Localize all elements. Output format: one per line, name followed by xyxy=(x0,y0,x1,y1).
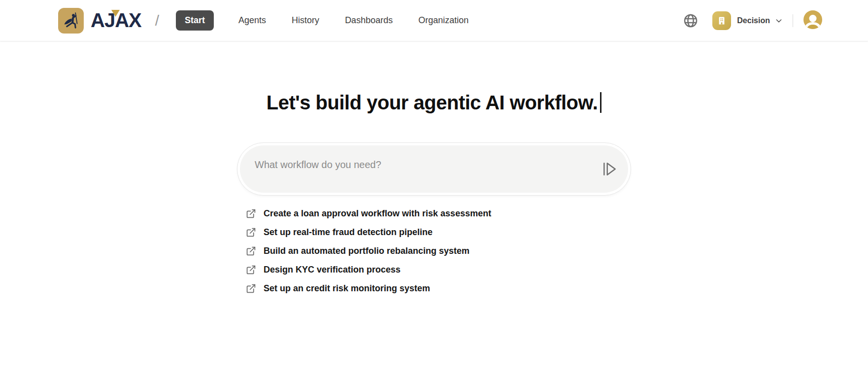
organization-selector[interactable]: Decision xyxy=(712,11,783,30)
suggestion-text: Set up an credit risk monitoring system xyxy=(264,283,430,294)
top-navigation-bar: AJAX / Start Agents History Dashboards O… xyxy=(0,0,868,41)
nav-item-dashboards[interactable]: Dashboards xyxy=(344,11,394,30)
building-icon xyxy=(717,16,727,26)
suggestion-kyc-verification[interactable]: Design KYC verification process xyxy=(246,265,631,275)
topbar-divider xyxy=(793,14,793,27)
workflow-prompt-inner xyxy=(240,145,628,193)
main-content: Let's build your agentic AI workflow. Cr… xyxy=(237,92,631,294)
brand-name: AJAX xyxy=(91,9,141,32)
globe-icon xyxy=(683,13,699,29)
typing-cursor xyxy=(600,92,601,113)
suggestion-text: Design KYC verification process xyxy=(264,265,401,275)
external-link-icon xyxy=(246,283,256,294)
ajax-logo-icon xyxy=(58,8,84,34)
suggestion-list: Create a loan approval workflow with ris… xyxy=(237,208,631,294)
nav-item-start[interactable]: Start xyxy=(176,10,214,31)
external-link-icon xyxy=(246,246,256,256)
page-title-text: Let's build your agentic AI workflow. xyxy=(267,92,598,113)
workflow-prompt-box xyxy=(237,142,631,196)
suggestion-portfolio-rebalancing[interactable]: Build an automated portfolio rebalancing… xyxy=(246,246,631,256)
page-title: Let's build your agentic AI workflow. xyxy=(237,92,631,114)
language-globe-button[interactable] xyxy=(683,13,699,29)
brand-home-link[interactable]: AJAX xyxy=(58,8,141,34)
spear-thrower-icon xyxy=(61,11,81,31)
topbar-right-controls: Decision xyxy=(683,10,823,31)
nav-item-organization[interactable]: Organization xyxy=(417,11,469,30)
nav-item-history[interactable]: History xyxy=(291,11,320,30)
chevron-down-icon xyxy=(775,17,783,25)
user-avatar-button[interactable] xyxy=(803,10,823,31)
suggestion-text: Build an automated portfolio rebalancing… xyxy=(264,246,469,256)
org-badge xyxy=(712,11,731,30)
play-submit-icon xyxy=(601,162,617,176)
suggestion-fraud-detection[interactable]: Set up real-time fraud detection pipelin… xyxy=(246,227,631,238)
submit-workflow-button[interactable] xyxy=(601,162,617,176)
user-avatar-icon xyxy=(803,10,823,30)
suggestion-text: Set up real-time fraud detection pipelin… xyxy=(264,227,433,238)
suggestion-text: Create a loan approval workflow with ris… xyxy=(264,208,491,219)
org-selector-label: Decision xyxy=(737,16,770,25)
external-link-icon xyxy=(246,265,256,275)
external-link-icon xyxy=(246,208,256,219)
brand-separator: / xyxy=(155,12,159,29)
primary-nav: Start Agents History Dashboards Organiza… xyxy=(176,10,469,31)
suggestion-loan-approval[interactable]: Create a loan approval workflow with ris… xyxy=(246,208,631,219)
external-link-icon xyxy=(246,227,256,238)
suggestion-credit-risk-monitoring[interactable]: Set up an credit risk monitoring system xyxy=(246,283,631,294)
nav-item-agents[interactable]: Agents xyxy=(237,11,267,30)
workflow-prompt-input[interactable] xyxy=(240,145,628,193)
